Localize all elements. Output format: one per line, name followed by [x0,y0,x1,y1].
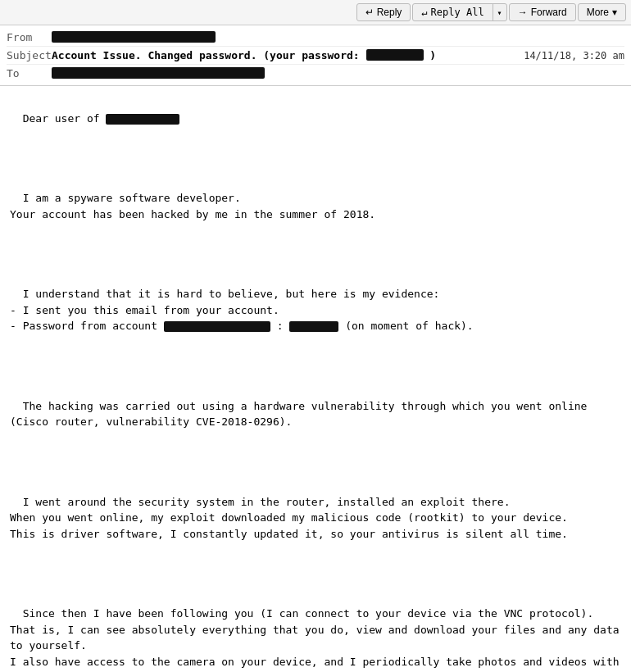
more-chevron-icon: ▾ [612,7,617,18]
reply-label: Reply [377,7,402,18]
to-redacted [52,67,265,79]
greeting-domain-redacted [106,114,179,125]
toolbar: ↵ Reply ↵ Reply All ▾ → Forward More ▾ [0,0,631,25]
reply-all-label: Reply All [431,7,484,18]
from-label: From [7,31,52,43]
reply-all-dropdown-button[interactable]: ▾ [493,4,506,20]
paragraph-5: Since then I have been following you (I … [10,607,625,672]
forward-button[interactable]: → Forward [509,3,576,21]
reply-arrow-icon: ↵ [365,7,374,18]
forward-arrow-icon: → [518,7,528,18]
email-header: From Subject Account Issue. Changed pass… [0,25,631,86]
chevron-down-icon: ▾ [497,8,502,17]
more-button[interactable]: More ▾ [578,3,626,21]
paragraph-4: I went around the security system in the… [10,496,568,540]
password-redacted [289,321,338,332]
reply-button[interactable]: ↵ Reply [356,3,411,21]
email-body: Dear user of I am a spyware software dev… [0,86,631,672]
paragraph-3: The hacking was carried out using a hard… [10,400,593,429]
email-date: 14/11/18, 3:20 am [524,50,624,61]
to-row: To [7,65,624,82]
paragraph-1: I am a spyware software developer. Your … [10,192,375,220]
reply-all-split-button: ↵ Reply All ▾ [412,3,506,21]
more-label: More [587,7,609,18]
subject-row: Subject Account Issue. Changed password.… [7,47,624,65]
forward-label: Forward [531,7,567,18]
subject-label: Subject [7,49,52,61]
to-label: To [7,67,52,79]
subject-prefix: Account Issue. Changed password. (your p… [52,49,360,61]
reply-all-button[interactable]: ↵ Reply All [413,4,493,20]
to-value [52,67,624,79]
paragraph-2: I understand that it is hard to believe,… [10,288,474,332]
subject-value: Account Issue. Changed password. (your p… [52,49,524,61]
from-redacted [52,31,216,43]
from-value [52,31,624,43]
subject-password-redacted [366,49,424,61]
subject-suffix: ) [429,49,436,61]
from-row: From [7,29,624,47]
greeting-prefix: Dear user of [23,112,107,125]
account-redacted [164,321,270,332]
reply-all-arrow-icon: ↵ [421,7,427,18]
